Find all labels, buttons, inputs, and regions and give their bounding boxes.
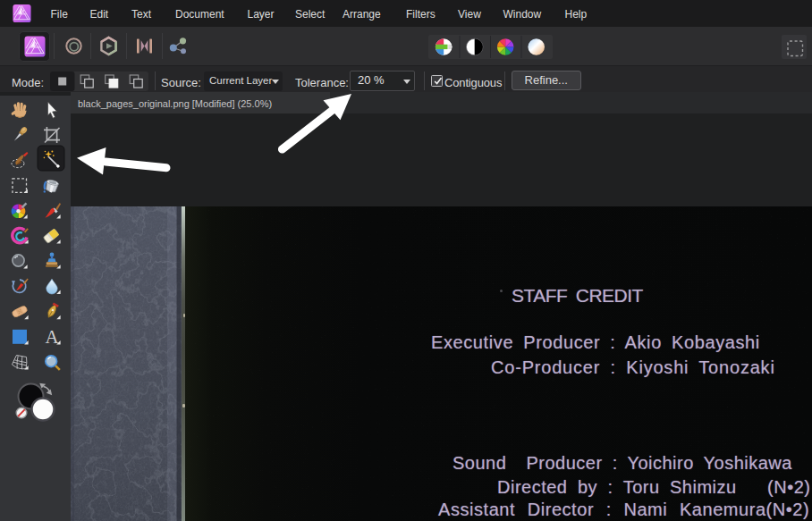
svg-text:A: A xyxy=(45,326,59,348)
